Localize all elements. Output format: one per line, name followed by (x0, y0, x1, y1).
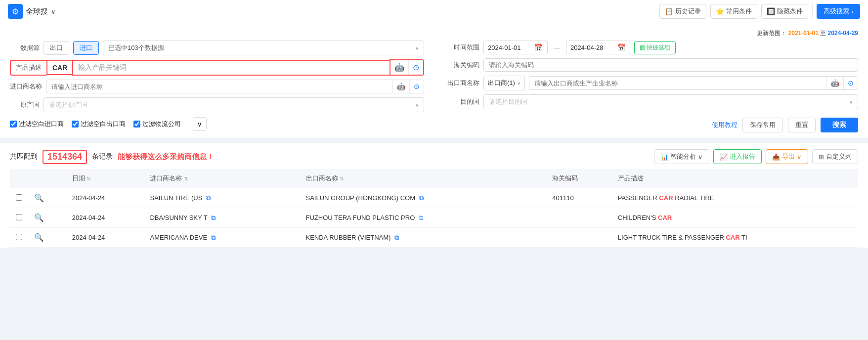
th-exporter: 出口商名称 ⇅ (300, 169, 526, 188)
time-end-input[interactable] (570, 44, 615, 51)
customs-label: 海关编码 (444, 61, 479, 70)
row-checkbox[interactable] (16, 194, 22, 201)
row-checkbox[interactable] (16, 214, 22, 220)
row-search-icon[interactable]: 🔍 (28, 208, 66, 228)
table-header-row: 日期 ⇅ 进口商名称 ⇅ 出口商名称 ⇅ 海关编码 产品描述 (10, 169, 858, 188)
th-exporter-copy (525, 169, 546, 188)
chevron-down-icon: ∨ (849, 99, 853, 105)
exporter-match-button[interactable]: ⊙ (843, 77, 858, 89)
filter-logistics-checkbox[interactable]: 过滤物流公司 (133, 120, 181, 128)
product-value[interactable]: CAR (46, 60, 72, 75)
importer-ai-button[interactable]: 🤖 (392, 80, 409, 93)
importer-match-button[interactable]: ⊙ (409, 80, 424, 93)
time-start-input[interactable] (488, 44, 532, 51)
header-left: ⚙ 全球搜 ∨ (8, 4, 56, 19)
search-button[interactable]: 搜索 (821, 118, 858, 132)
dropdown-icon[interactable]: ∨ (51, 8, 56, 15)
filter-exporter-checkbox[interactable]: 过滤空白出口商 (72, 120, 126, 128)
tab-import-button[interactable]: 进口 (73, 41, 99, 55)
th-date: 日期 ⇅ (66, 169, 144, 188)
chevron-down-icon: ∨ (415, 45, 419, 51)
right-column: 时间范围 📅 — 📅 ▦ 快捷选项 海关编码 (444, 41, 858, 112)
datasource-select[interactable]: 已选中103个数据源 ∨ (103, 41, 424, 55)
copy-icon[interactable]: ⧉ (419, 194, 424, 202)
advanced-search-button[interactable]: 高级搜索 › (817, 4, 860, 19)
dest-row: 目的国 请选择目的国 ∨ (444, 94, 858, 109)
copy-icon[interactable]: ⧉ (419, 214, 423, 221)
gear-button[interactable]: ⚙ (8, 4, 23, 19)
time-range-row: 时间范围 📅 — 📅 ▦ 快捷选项 (444, 41, 858, 54)
exporter-row: 出口商名称 出口商(1) ∨ 🤖 ⊙ (444, 76, 858, 90)
analysis-button[interactable]: 📊 智能分析 ∨ (654, 149, 709, 164)
filter-importer-checkbox[interactable]: 过滤空白进口商 (10, 120, 64, 128)
row-checkbox-cell (10, 188, 28, 208)
search-match-button[interactable]: ⊙ (408, 60, 423, 75)
row-date: 2024-04-24 (66, 188, 144, 208)
copy-icon[interactable]: ⧉ (211, 234, 216, 241)
row-importer-extra (279, 188, 300, 208)
history-button[interactable]: 📋 历史记录 (659, 4, 706, 19)
quick-select-button[interactable]: ▦ 快捷选项 (634, 41, 676, 54)
grid-icon: ▦ (640, 44, 645, 51)
header-bar: ⚙ 全球搜 ∨ 📋 历史记录 ⭐ 常用条件 🔲 隐藏条件 高级搜索 › (0, 0, 868, 23)
row-search-icon[interactable]: 🔍 (28, 228, 66, 248)
row-exporter: FUZHOU TERA FUND PLASTIC PRO ⧉ (300, 208, 526, 228)
copy-icon[interactable]: ⧉ (206, 194, 211, 202)
hide-icon: 🔲 (767, 7, 775, 15)
dest-select[interactable]: 请选择目的国 ∨ (483, 94, 858, 109)
row-importer-extra (279, 228, 300, 248)
sort-icon[interactable]: ⇅ (340, 176, 344, 181)
calendar-icon-end[interactable]: 📅 (617, 43, 625, 51)
product-hint[interactable]: 输入产品关键词 (72, 60, 390, 76)
results-prefix: 共匹配到 (10, 152, 38, 161)
dropdown-icon: ∨ (698, 153, 703, 161)
dest-label: 目的国 (444, 97, 479, 106)
copy-icon[interactable]: ⧉ (394, 234, 399, 241)
row-desc: LIGHT TRUCK TIRE & PASSENGER CAR TI (612, 228, 858, 248)
datasource-row: 数据源 出口 进口 已选中103个数据源 ∨ (10, 41, 424, 55)
report-button[interactable]: 📈 进入报告 (713, 149, 762, 164)
custom-col-button[interactable]: ⊞ 自定义列 (812, 149, 858, 164)
dropdown-icon: ∨ (797, 153, 802, 161)
row-hs: 401110 (546, 188, 611, 208)
global-search-label: 全球搜 (26, 7, 48, 16)
header-right: 📋 历史记录 ⭐ 常用条件 🔲 隐藏条件 高级搜索 › (659, 4, 860, 19)
tab-export-button[interactable]: 出口 (43, 41, 69, 55)
tutorial-button[interactable]: 使用教程 (712, 121, 738, 129)
ai-icon-small: 🤖 (397, 83, 405, 90)
left-column: 数据源 出口 进口 已选中103个数据源 ∨ 产品描述 CAR 输入产品关键词 … (10, 41, 424, 112)
row-exporter-extra (525, 188, 546, 208)
common-conditions-button[interactable]: ⭐ 常用条件 (710, 4, 757, 19)
results-count: 1514364 (47, 152, 82, 162)
sort-icon[interactable]: ⇅ (87, 176, 90, 181)
row-hs (546, 208, 611, 228)
origin-select[interactable]: 请选择原产国 ∨ (43, 97, 424, 112)
chevron-down-icon: ∨ (197, 121, 202, 128)
copy-icon[interactable]: ⧉ (211, 214, 216, 221)
row-search-icon[interactable]: 🔍 (28, 188, 66, 208)
table-row: 🔍 2024-04-24 AMERICANA DEVE ⧉ KENDA RUBB… (10, 228, 858, 248)
calendar-icon-start[interactable]: 📅 (534, 43, 543, 51)
row-checkbox[interactable] (16, 234, 22, 240)
customs-row: 海关编码 (444, 58, 858, 72)
export-button[interactable]: 📤 导出 ∨ (766, 149, 808, 164)
importer-input[interactable] (46, 81, 392, 93)
exporter-input[interactable] (529, 77, 826, 89)
time-dash: — (552, 44, 562, 51)
ai-translate-button[interactable]: 🤖 (391, 60, 408, 75)
save-common-button[interactable]: 保存常用 (742, 118, 783, 132)
results-suffix: 条记录 (92, 152, 113, 161)
sort-icon[interactable]: ⇅ (184, 176, 188, 181)
exporter-select[interactable]: 出口商(1) ∨ (483, 76, 525, 90)
action-row: 使用教程 保存常用 重置 搜索 (712, 118, 858, 132)
reset-button[interactable]: 重置 (788, 118, 816, 132)
customs-input[interactable] (483, 58, 858, 72)
exporter-input-wrap: 🤖 ⊙ (529, 76, 858, 90)
exporter-ai-button[interactable]: 🤖 (826, 77, 843, 89)
th-search (28, 169, 66, 188)
product-label: 产品描述 (10, 60, 46, 76)
hide-conditions-button[interactable]: 🔲 隐藏条件 (761, 4, 808, 19)
expand-button[interactable]: ∨ (193, 117, 207, 131)
row-importer: SAILUN TIRE (US ⧉ (144, 188, 279, 208)
results-section: 共匹配到 1514364 条记录 能够获得这么多采购商信息！ 📊 智能分析 ∨ … (0, 143, 868, 248)
